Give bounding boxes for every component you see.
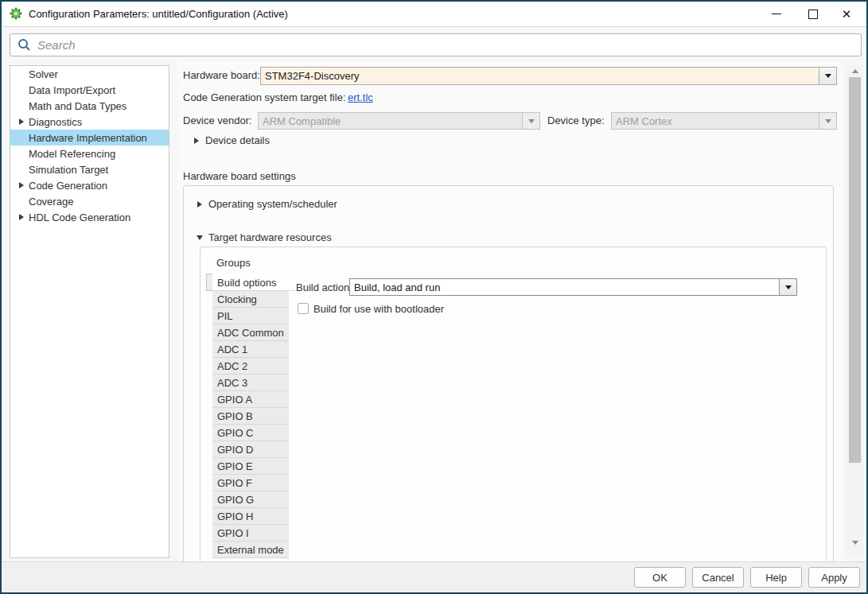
footer-buttons: OKCancelHelpApply: [634, 567, 860, 588]
build-action-value: Build, load and run: [349, 278, 780, 296]
group-tab-label: ADC 3: [217, 377, 247, 389]
build-action-combobox[interactable]: Build, load and run: [349, 278, 797, 296]
chevron-down-icon[interactable]: [819, 67, 837, 85]
group-tab-label: GPIO D: [217, 444, 254, 456]
sidebar-item[interactable]: Model Referencing: [10, 146, 169, 161]
window-title: Configuration Parameters: untitled/Confi…: [29, 8, 288, 20]
expand-arrow-icon[interactable]: [14, 118, 29, 125]
simulink-settings-icon: [10, 7, 22, 20]
configuration-parameters-dialog: Configuration Parameters: untitled/Confi…: [0, 0, 868, 594]
vertical-scrollbar[interactable]: [847, 65, 863, 558]
group-tab-label: External mode: [217, 544, 284, 556]
hardware-board-combobox[interactable]: STM32F4-Discovery: [260, 67, 837, 85]
sidebar-item[interactable]: Coverage: [10, 193, 169, 209]
target-resources-label: Target hardware resources: [208, 231, 332, 243]
group-tab[interactable]: ADC 1: [212, 341, 289, 358]
sidebar-item-label: Simulation Target: [29, 164, 108, 176]
group-tab[interactable]: PIL: [212, 308, 289, 324]
groups-title: Groups: [216, 257, 251, 269]
device-type-combobox: ARM Cortex: [611, 112, 837, 130]
group-tab-label: Clocking: [217, 293, 257, 305]
search-input[interactable]: Search: [10, 33, 862, 56]
device-details-label: Device details: [205, 134, 270, 146]
group-tab[interactable]: ADC 3: [212, 375, 289, 391]
group-tab-label: GPIO C: [217, 427, 254, 439]
sidebar-item-label: HDL Code Generation: [29, 212, 130, 223]
group-tab[interactable]: GPIO A: [212, 391, 289, 408]
hardware-board-value: STM32F4-Discovery: [260, 67, 819, 85]
device-details-toggle[interactable]: Device details: [191, 134, 270, 146]
minimize-icon: [772, 14, 781, 14]
os-scheduler-label: Operating system/scheduler: [208, 198, 337, 210]
chevron-down-icon: [523, 112, 540, 130]
group-tab[interactable]: GPIO G: [212, 491, 289, 508]
maximize-icon: [808, 10, 818, 19]
close-icon: ✕: [842, 8, 852, 20]
scroll-down-icon[interactable]: [847, 537, 863, 549]
group-tab[interactable]: External mode: [212, 542, 289, 558]
collapse-arrow-icon: [194, 235, 205, 240]
group-tab[interactable]: GPIO F: [212, 475, 289, 491]
sidebar-item[interactable]: HDL Code Generation: [10, 209, 169, 225]
group-tab-label: GPIO E: [217, 460, 253, 472]
sidebar-item-label: Model Referencing: [29, 148, 115, 160]
sidebar-item[interactable]: Hardware Implementation: [10, 130, 169, 146]
group-tab[interactable]: Build options: [212, 274, 295, 291]
sidebar-item[interactable]: Code Generation: [10, 177, 169, 193]
group-tab[interactable]: GPIO C: [212, 425, 289, 441]
search-icon: [18, 38, 31, 52]
group-tab[interactable]: GPIO H: [212, 508, 289, 525]
groups-list: Build options Clocking PIL ADC Common AD…: [212, 274, 289, 558]
group-tab-label: GPIO G: [217, 494, 254, 506]
main-panel: Hardware board: STM32F4-Discovery Code G…: [178, 61, 843, 564]
dialog-button[interactable]: Apply: [808, 567, 860, 588]
group-tab-label: GPIO I: [217, 527, 249, 539]
group-tab-label: Build options: [217, 277, 276, 289]
chevron-down-icon[interactable]: [780, 278, 797, 296]
group-tab-label: GPIO F: [217, 477, 252, 489]
sidebar-item[interactable]: Simulation Target: [10, 161, 169, 177]
group-tab-label: ADC 2: [217, 360, 247, 372]
close-button[interactable]: ✕: [833, 2, 860, 26]
scroll-up-icon[interactable]: [847, 65, 863, 77]
maximize-button[interactable]: [800, 2, 827, 26]
sidebar-item[interactable]: Math and Data Types: [10, 98, 169, 114]
minimize-button[interactable]: [763, 2, 790, 26]
board-settings-title: Hardware board settings: [183, 170, 296, 182]
sidebar-item[interactable]: Data Import/Export: [10, 82, 169, 98]
expand-arrow-icon[interactable]: [14, 214, 29, 220]
sidebar-item-label: Coverage: [29, 196, 73, 208]
group-tab[interactable]: Clocking: [212, 291, 289, 308]
bootloader-label: Build for use with bootloader: [313, 303, 444, 315]
target-file-link[interactable]: ert.tlc: [348, 91, 373, 103]
search-placeholder: Search: [37, 38, 76, 52]
group-tab-label: ADC Common: [217, 327, 284, 339]
sidebar-item[interactable]: Solver: [10, 66, 169, 82]
category-tree: Solver Data Import/Export Math and Data …: [10, 65, 169, 558]
dialog-button[interactable]: Help: [750, 567, 802, 588]
device-type-value: ARM Cortex: [611, 112, 819, 130]
group-tab[interactable]: GPIO D: [212, 441, 289, 458]
dialog-button[interactable]: OK: [634, 567, 686, 588]
bootloader-checkbox[interactable]: [298, 303, 309, 314]
sidebar-item-label: Hardware Implementation: [29, 132, 147, 144]
group-tab-label: PIL: [217, 310, 233, 322]
hardware-board-label: Hardware board:: [183, 69, 260, 81]
target-resources-panel: Groups Build options Clocking PIL ADC Co…: [200, 247, 827, 568]
group-tab-label: GPIO B: [217, 410, 253, 422]
dialog-button[interactable]: Cancel: [692, 567, 744, 588]
sidebar-item-label: Code Generation: [29, 180, 107, 192]
scrollbar-thumb[interactable]: [849, 77, 861, 463]
group-tab[interactable]: GPIO E: [212, 458, 289, 475]
sidebar-item[interactable]: Diagnostics: [10, 114, 169, 130]
group-tab[interactable]: ADC 2: [212, 358, 289, 375]
group-tab-label: GPIO A: [217, 394, 252, 406]
expand-arrow-icon[interactable]: [14, 182, 29, 188]
group-tab[interactable]: ADC Common: [212, 324, 289, 341]
group-tab[interactable]: GPIO B: [212, 408, 289, 425]
sidebar-item-label: Math and Data Types: [29, 100, 127, 112]
target-resources-toggle[interactable]: Target hardware resources: [194, 231, 332, 243]
os-scheduler-toggle[interactable]: Operating system/scheduler: [194, 198, 337, 210]
group-tab[interactable]: GPIO I: [212, 525, 289, 542]
expand-arrow-icon: [194, 201, 205, 208]
